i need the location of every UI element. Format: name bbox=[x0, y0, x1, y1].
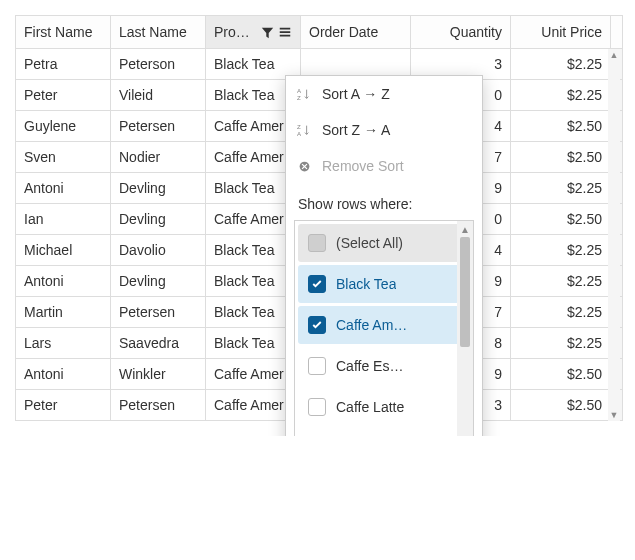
column-header-first-name[interactable]: First Name bbox=[16, 16, 111, 49]
column-filter-popup: AZ Sort A → Z ZA Sort Z → A Remove Sort … bbox=[285, 75, 483, 436]
cell-last-name: Petersen bbox=[111, 111, 206, 142]
filter-option-caffe-espresso[interactable]: Caffe Es… bbox=[298, 347, 470, 385]
cell-first-name: Martin bbox=[16, 297, 111, 328]
filter-icon[interactable] bbox=[261, 26, 274, 39]
sort-descending-menu-item[interactable]: ZA Sort Z → A bbox=[286, 112, 482, 148]
column-header-unit-price[interactable]: Unit Price bbox=[511, 16, 611, 49]
cell-unit-price: $2.50 bbox=[511, 204, 611, 235]
cell-first-name: Antoni bbox=[16, 266, 111, 297]
cell-last-name: Devling bbox=[111, 266, 206, 297]
filter-list-scrollbar[interactable]: ▲ ▼ bbox=[457, 221, 473, 436]
svg-text:A: A bbox=[297, 87, 302, 94]
column-header-order-date[interactable]: Order Date bbox=[301, 16, 411, 49]
column-header-last-name[interactable]: Last Name bbox=[111, 16, 206, 49]
cell-first-name: Antoni bbox=[16, 173, 111, 204]
show-rows-where-label: Show rows where: bbox=[286, 184, 482, 220]
column-header-label: Last Name bbox=[119, 24, 187, 40]
cell-last-name: Petersen bbox=[111, 297, 206, 328]
column-header-label: Order Date bbox=[309, 24, 378, 40]
cell-last-name: Devling bbox=[111, 204, 206, 235]
cell-last-name: Vileid bbox=[111, 80, 206, 111]
filter-option-black-tea[interactable]: Black Tea bbox=[298, 265, 470, 303]
cell-first-name: Michael bbox=[16, 235, 111, 266]
filter-option-label: (Select All) bbox=[336, 235, 403, 251]
svg-text:A: A bbox=[297, 130, 302, 137]
filter-option-label: Caffe Am… bbox=[336, 317, 407, 333]
checkbox-checked-icon bbox=[308, 316, 326, 334]
scroll-up-arrow-icon[interactable]: ▲ bbox=[608, 49, 620, 61]
filter-option-label: Caffe Es… bbox=[336, 358, 403, 374]
scroll-down-arrow-icon[interactable]: ▼ bbox=[457, 433, 473, 436]
filter-option-select-all[interactable]: (Select All) bbox=[298, 224, 470, 262]
cell-first-name: Petra bbox=[16, 49, 111, 80]
checkbox-unchecked-icon bbox=[308, 357, 326, 375]
checkbox-indeterminate-icon bbox=[308, 234, 326, 252]
scrollbar-gutter-header bbox=[611, 16, 623, 49]
cell-first-name: Sven bbox=[16, 142, 111, 173]
column-header-label: Pro… bbox=[214, 24, 257, 40]
cell-unit-price: $2.25 bbox=[511, 235, 611, 266]
cell-last-name: Davolio bbox=[111, 235, 206, 266]
menu-icon[interactable] bbox=[278, 25, 292, 39]
column-header-label: First Name bbox=[24, 24, 92, 40]
svg-text:Z: Z bbox=[297, 94, 301, 101]
cell-unit-price: $2.25 bbox=[511, 297, 611, 328]
sort-asc-icon: AZ bbox=[296, 87, 312, 101]
cell-first-name: Ian bbox=[16, 204, 111, 235]
grid-vertical-scrollbar[interactable]: ▲ ▼ bbox=[608, 49, 620, 421]
data-grid: First Name Last Name Pro… bbox=[15, 15, 620, 421]
cell-unit-price: $2.25 bbox=[511, 328, 611, 359]
column-header-label: Quantity bbox=[450, 24, 502, 40]
filter-option-label: Caffe Latte bbox=[336, 399, 404, 415]
cell-unit-price: $2.25 bbox=[511, 49, 611, 80]
remove-sort-icon bbox=[296, 160, 312, 173]
cell-unit-price: $2.25 bbox=[511, 80, 611, 111]
sort-desc-icon: ZA bbox=[296, 123, 312, 137]
cell-last-name: Devling bbox=[111, 173, 206, 204]
remove-sort-menu-item: Remove Sort bbox=[286, 148, 482, 184]
cell-unit-price: $2.50 bbox=[511, 359, 611, 390]
column-header-product[interactable]: Pro… bbox=[206, 16, 301, 49]
cell-first-name: Peter bbox=[16, 390, 111, 421]
cell-first-name: Lars bbox=[16, 328, 111, 359]
cell-last-name: Nodier bbox=[111, 142, 206, 173]
cell-unit-price: $2.50 bbox=[511, 390, 611, 421]
column-header-quantity[interactable]: Quantity bbox=[411, 16, 511, 49]
column-header-label: Unit Price bbox=[541, 24, 602, 40]
scroll-down-arrow-icon[interactable]: ▼ bbox=[608, 409, 620, 421]
cell-last-name: Saavedra bbox=[111, 328, 206, 359]
scrollbar-thumb[interactable] bbox=[460, 237, 470, 347]
filter-values-list: (Select All) Black Tea Caffe Am… Ca bbox=[294, 220, 474, 436]
checkbox-checked-icon bbox=[308, 275, 326, 293]
cell-unit-price: $2.50 bbox=[511, 142, 611, 173]
cell-last-name: Peterson bbox=[111, 49, 206, 80]
filter-option-caffe-americano[interactable]: Caffe Am… bbox=[298, 306, 470, 344]
cell-unit-price: $2.25 bbox=[511, 173, 611, 204]
cell-first-name: Guylene bbox=[16, 111, 111, 142]
cell-first-name: Peter bbox=[16, 80, 111, 111]
filter-option-cappuccino[interactable]: Cappucc… bbox=[298, 429, 470, 436]
menu-item-label: Sort Z → A bbox=[322, 122, 390, 138]
scroll-up-arrow-icon[interactable]: ▲ bbox=[457, 221, 473, 237]
cell-unit-price: $2.50 bbox=[511, 111, 611, 142]
sort-ascending-menu-item[interactable]: AZ Sort A → Z bbox=[286, 76, 482, 112]
svg-text:Z: Z bbox=[297, 123, 301, 130]
cell-first-name: Antoni bbox=[16, 359, 111, 390]
checkbox-unchecked-icon bbox=[308, 398, 326, 416]
cell-last-name: Petersen bbox=[111, 390, 206, 421]
filter-option-label: Black Tea bbox=[336, 276, 396, 292]
filter-option-caffe-latte[interactable]: Caffe Latte bbox=[298, 388, 470, 426]
menu-item-label: Sort A → Z bbox=[322, 86, 390, 102]
cell-unit-price: $2.25 bbox=[511, 266, 611, 297]
menu-item-label: Remove Sort bbox=[322, 158, 404, 174]
cell-last-name: Winkler bbox=[111, 359, 206, 390]
